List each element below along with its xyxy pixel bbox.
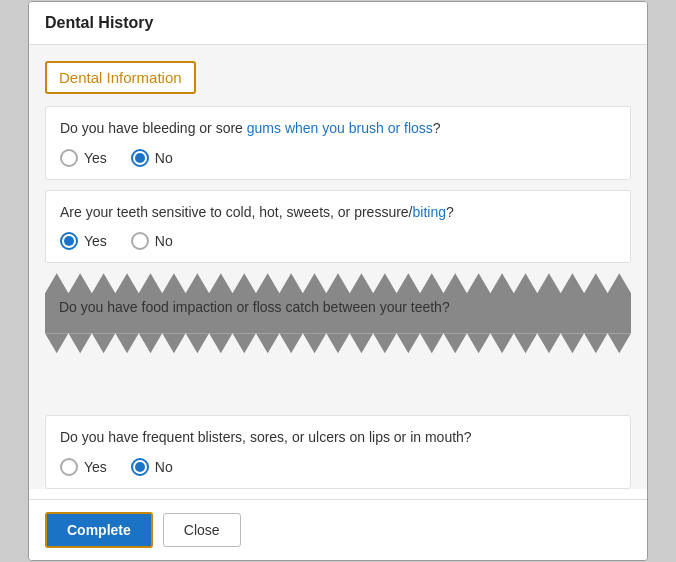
radio-group-1: Yes No xyxy=(60,149,616,167)
modal-footer: Complete Close xyxy=(29,499,647,560)
radio-yes-label-1: Yes xyxy=(84,150,107,166)
radio-no-label-2: No xyxy=(155,233,173,249)
questions-area: Do you have bleeding or sore gums when y… xyxy=(29,94,647,263)
radio-yes-4[interactable]: Yes xyxy=(60,458,107,476)
dental-history-modal: Dental History Dental Information Do you… xyxy=(28,1,648,561)
radio-outer-no-4[interactable] xyxy=(131,458,149,476)
question-text-2: Are your teeth sensitive to cold, hot, s… xyxy=(60,203,616,223)
radio-group-4: Yes No xyxy=(60,458,616,476)
question-block-1: Do you have bleeding or sore gums when y… xyxy=(45,106,631,180)
questions-area-2: Do you have frequent blisters, sores, or… xyxy=(29,403,647,489)
radio-no-4[interactable]: No xyxy=(131,458,173,476)
radio-outer-no-1[interactable] xyxy=(131,149,149,167)
radio-yes-label-2: Yes xyxy=(84,233,107,249)
radio-yes-1[interactable]: Yes xyxy=(60,149,107,167)
radio-no-label-1: No xyxy=(155,150,173,166)
radio-no-1[interactable]: No xyxy=(131,149,173,167)
radio-outer-yes-1[interactable] xyxy=(60,149,78,167)
question-text-4: Do you have frequent blisters, sores, or… xyxy=(60,428,616,448)
highlight-2: biting xyxy=(413,204,446,220)
radio-outer-yes-2[interactable] xyxy=(60,232,78,250)
radio-inner-no-4 xyxy=(135,462,145,472)
modal-header: Dental History xyxy=(29,2,647,45)
section-title: Dental Information xyxy=(45,61,196,94)
radio-outer-no-2[interactable] xyxy=(131,232,149,250)
tear-content: Do you have food impaction or floss catc… xyxy=(45,293,631,333)
modal-title: Dental History xyxy=(45,14,631,32)
question-block-2: Are your teeth sensitive to cold, hot, s… xyxy=(45,190,631,264)
empty-space xyxy=(29,353,647,403)
radio-inner-yes-2 xyxy=(64,236,74,246)
tear-bottom-edge xyxy=(45,333,631,353)
tear-top-edge xyxy=(45,273,631,293)
radio-yes-2[interactable]: Yes xyxy=(60,232,107,250)
question-block-4: Do you have frequent blisters, sores, or… xyxy=(45,415,631,489)
radio-group-2: Yes No xyxy=(60,232,616,250)
complete-button[interactable]: Complete xyxy=(45,512,153,548)
radio-no-label-4: No xyxy=(155,459,173,475)
torn-question-area: Do you have food impaction or floss catc… xyxy=(45,273,631,353)
close-button[interactable]: Close xyxy=(163,513,241,547)
radio-outer-yes-4[interactable] xyxy=(60,458,78,476)
radio-inner-no-1 xyxy=(135,153,145,163)
modal-body: Do you have bleeding or sore gums when y… xyxy=(29,94,647,489)
section-title-wrapper: Dental Information xyxy=(29,45,647,94)
question-text-1: Do you have bleeding or sore gums when y… xyxy=(60,119,616,139)
radio-yes-label-4: Yes xyxy=(84,459,107,475)
radio-no-2[interactable]: No xyxy=(131,232,173,250)
highlight-1: gums when you brush or floss xyxy=(247,120,433,136)
